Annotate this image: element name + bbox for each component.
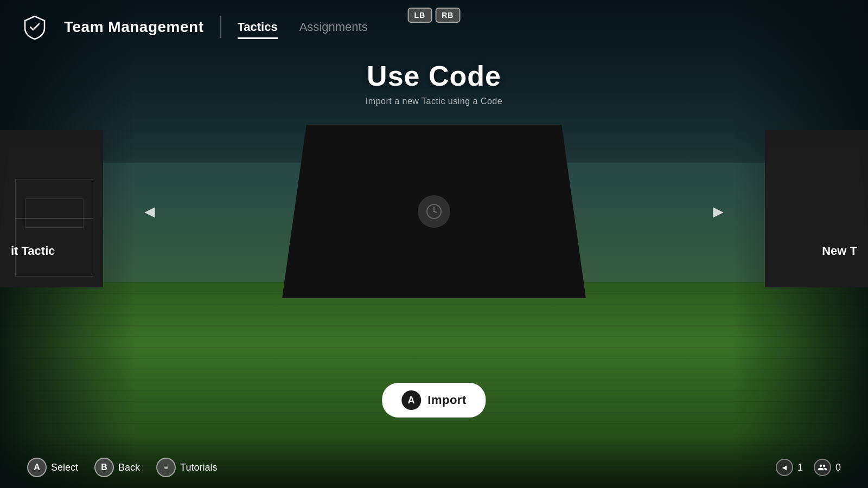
right-card-label: New T [822, 244, 857, 258]
bottom-right: ◄ 1 0 [776, 459, 841, 476]
tutorials-btn[interactable]: ≡ [156, 458, 176, 477]
header: Team Management Tactics Assignments [0, 0, 868, 54]
nav-count-item: ◄ 1 [776, 459, 803, 476]
left-card-label: it Tactic [11, 244, 55, 258]
people-svg [818, 463, 827, 472]
bottom-bar: A Select B Back ≡ Tutorials ◄ 1 [0, 458, 868, 477]
nav-count: 1 [797, 462, 803, 473]
logo [22, 14, 48, 40]
back-label: Back [118, 462, 140, 473]
svg-line-2 [434, 211, 437, 213]
tab-assignments[interactable]: Assignments [299, 17, 368, 37]
select-label: Select [51, 462, 78, 473]
import-btn-label: Import [427, 393, 466, 407]
card-left-inner [0, 130, 103, 287]
clock-icon [425, 203, 443, 220]
page-subtitle: Import a new Tactic using a Code [0, 97, 868, 106]
card-right-partial [765, 130, 868, 287]
people-count: 0 [835, 462, 841, 473]
card-left-partial [0, 130, 103, 287]
people-count-item: 0 [814, 459, 841, 476]
tutorials-label: Tutorials [180, 462, 217, 473]
bottom-controls: A Select B Back ≡ Tutorials [27, 458, 217, 477]
back-btn[interactable]: B [94, 458, 114, 477]
page-title: Use Code [0, 60, 868, 92]
header-title: Team Management [64, 18, 204, 36]
nav-tabs: Tactics Assignments [238, 17, 368, 37]
import-button[interactable]: A Import [382, 383, 486, 418]
select-btn[interactable]: A [27, 458, 47, 477]
card-center-trapezoid [282, 125, 586, 298]
nav-circle-icon: ◄ [776, 459, 793, 476]
tutorials-control: ≡ Tutorials [156, 458, 217, 477]
import-button-area: A Import [382, 383, 486, 418]
nav-arrow-right[interactable]: ► [710, 202, 727, 222]
shield-icon [22, 14, 48, 40]
page-title-area: Use Code Import a new Tactic using a Cod… [0, 60, 868, 106]
card-center-icon [418, 195, 450, 228]
header-divider [220, 16, 221, 38]
card-center[interactable] [282, 125, 586, 298]
select-control: A Select [27, 458, 78, 477]
tab-tactics[interactable]: Tactics [238, 17, 278, 37]
cards-area: it Tactic ◄ ► New T [0, 119, 868, 304]
card-right-inner [765, 130, 868, 287]
import-btn-circle: A [401, 390, 421, 410]
nav-arrow-left[interactable]: ◄ [141, 202, 158, 222]
back-control: B Back [94, 458, 140, 477]
people-icon [814, 459, 831, 476]
